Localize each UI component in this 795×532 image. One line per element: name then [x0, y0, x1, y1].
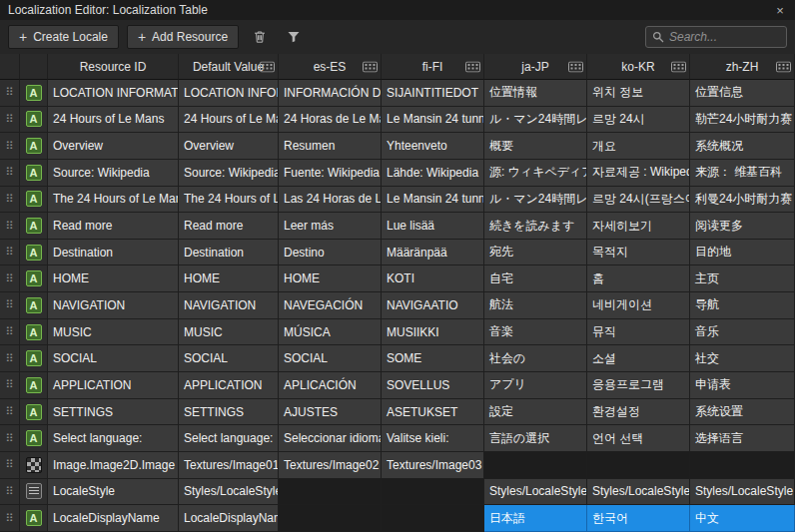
table-cell[interactable]: SETTINGS: [179, 399, 279, 426]
table-cell[interactable]: The 24 Hours of Le Mans: [48, 187, 179, 214]
table-cell[interactable]: 개요: [587, 133, 690, 160]
table-cell[interactable]: LOCATION INFORMATION: [179, 80, 279, 107]
column-header-ko-kr[interactable]: ko-KR: [587, 54, 690, 80]
table-cell[interactable]: 언어 선택: [587, 425, 690, 452]
row-drag-handle[interactable]: ⠿: [0, 345, 20, 372]
table-cell[interactable]: 宛先: [484, 240, 587, 266]
table-cell[interactable]: LocaleDisplayName: [48, 505, 179, 532]
row-drag-handle[interactable]: ⠿: [0, 187, 20, 214]
table-cell[interactable]: 阅读更多: [690, 213, 795, 240]
filter-button[interactable]: [281, 25, 307, 49]
row-drag-handle[interactable]: ⠿: [0, 505, 20, 532]
locale-keyboard-icon[interactable]: [465, 61, 480, 72]
row-drag-handle[interactable]: ⠿: [0, 292, 20, 319]
table-cell[interactable]: 소셜: [587, 345, 690, 372]
table-cell[interactable]: 社会の: [484, 345, 587, 372]
table-cell[interactable]: 르망 24시: [587, 107, 690, 134]
locale-keyboard-icon[interactable]: [568, 61, 583, 72]
table-cell[interactable]: NAVEGACIÓN: [279, 292, 382, 319]
table-cell[interactable]: 音楽: [484, 319, 587, 346]
table-cell[interactable]: MUSIC: [48, 319, 179, 346]
table-cell[interactable]: 目的地: [690, 240, 795, 266]
table-cell[interactable]: [587, 452, 690, 479]
table-cell[interactable]: Styles/LocaleStyle: [484, 479, 587, 506]
table-cell[interactable]: NAVIGAATIO: [382, 292, 484, 319]
row-drag-handle[interactable]: ⠿: [0, 160, 20, 187]
table-cell[interactable]: The 24 Hours of Le Mans: [179, 187, 279, 214]
table-cell[interactable]: SOCIAL: [48, 345, 179, 372]
row-drag-handle[interactable]: ⠿: [0, 319, 20, 346]
table-cell[interactable]: 系统概况: [690, 133, 795, 160]
table-cell[interactable]: [484, 452, 587, 479]
table-cell[interactable]: Lue lisää: [382, 213, 484, 240]
table-cell[interactable]: [382, 505, 484, 532]
table-cell[interactable]: 자료제공 : Wikipedia: [587, 160, 690, 187]
table-cell[interactable]: LocaleDisplayName: [179, 505, 279, 532]
table-cell[interactable]: 航法: [484, 292, 587, 319]
table-cell[interactable]: Select language:: [179, 425, 279, 452]
table-cell[interactable]: Määränpää: [382, 240, 484, 266]
table-cell[interactable]: 源: ウィキペディア: [484, 160, 587, 187]
row-drag-handle[interactable]: ⠿: [0, 133, 20, 160]
table-cell[interactable]: Resumen: [279, 133, 382, 160]
table-cell[interactable]: [690, 452, 795, 479]
row-drag-handle[interactable]: ⠿: [0, 240, 20, 266]
table-cell[interactable]: Styles/LocaleStyle: [690, 479, 795, 506]
table-cell[interactable]: Valitse kieli:: [382, 425, 484, 452]
table-cell[interactable]: 言語の選択: [484, 425, 587, 452]
locale-keyboard-icon[interactable]: [260, 61, 275, 72]
table-cell[interactable]: 日本語: [484, 505, 587, 532]
table-cell[interactable]: Las 24 Horas de Le Mans: [279, 187, 382, 214]
table-cell[interactable]: Overview: [48, 133, 179, 160]
table-cell[interactable]: 続きを読みます: [484, 213, 587, 240]
table-cell[interactable]: SOVELLUS: [382, 372, 484, 399]
row-drag-handle[interactable]: ⠿: [0, 452, 20, 479]
table-cell[interactable]: 位置信息: [690, 80, 795, 107]
table-cell[interactable]: Textures/Image03: [382, 452, 484, 479]
table-cell[interactable]: Read more: [179, 213, 279, 240]
table-cell[interactable]: Destination: [179, 240, 279, 266]
table-cell[interactable]: 뮤직: [587, 319, 690, 346]
table-cell[interactable]: 자세히보기: [587, 213, 690, 240]
close-button[interactable]: ×: [765, 0, 795, 20]
table-cell[interactable]: 응용프로그램: [587, 372, 690, 399]
table-cell[interactable]: AJUSTES: [279, 399, 382, 426]
create-locale-button[interactable]: + Create Locale: [8, 25, 119, 49]
table-cell[interactable]: アプリ: [484, 372, 587, 399]
table-cell[interactable]: APPLICATION: [179, 372, 279, 399]
search-input[interactable]: [669, 30, 780, 44]
table-cell[interactable]: SOME: [382, 345, 484, 372]
table-cell[interactable]: Source: Wikipedia: [179, 160, 279, 187]
table-cell[interactable]: Yhteenveto: [382, 133, 484, 160]
table-cell[interactable]: Le Mansin 24 tunnin ajo: [382, 107, 484, 134]
table-cell[interactable]: ル・マン24時間レース: [484, 187, 587, 214]
row-drag-handle[interactable]: ⠿: [0, 213, 20, 240]
table-cell[interactable]: [279, 505, 382, 532]
column-header-fi-fi[interactable]: fi-FI: [382, 54, 484, 80]
table-cell[interactable]: 申请表: [690, 372, 795, 399]
delete-button[interactable]: [247, 25, 273, 49]
column-header-ja-jp[interactable]: ja-JP: [484, 54, 587, 80]
table-cell[interactable]: INFORMACIÓN DE UBICACIÓN: [279, 80, 382, 107]
row-drag-handle[interactable]: ⠿: [0, 266, 20, 292]
table-cell[interactable]: 概要: [484, 133, 587, 160]
table-cell[interactable]: 設定: [484, 399, 587, 426]
table-cell[interactable]: HOME: [279, 266, 382, 292]
row-drag-handle[interactable]: ⠿: [0, 479, 20, 506]
search-box[interactable]: [645, 26, 787, 48]
table-cell[interactable]: 목적지: [587, 240, 690, 266]
table-cell[interactable]: 24 Hours of Le Mans: [179, 107, 279, 134]
locale-keyboard-icon[interactable]: [363, 61, 378, 72]
table-cell[interactable]: SIJAINTITIEDOT: [382, 80, 484, 107]
table-cell[interactable]: SOCIAL: [279, 345, 382, 372]
table-cell[interactable]: 르망 24시(프랑스어): [587, 187, 690, 214]
table-cell[interactable]: SETTINGS: [48, 399, 179, 426]
table-cell[interactable]: MÚSICA: [279, 319, 382, 346]
table-cell[interactable]: Lähde: Wikipedia: [382, 160, 484, 187]
table-cell[interactable]: 系统设置: [690, 399, 795, 426]
table-cell[interactable]: 네비게이션: [587, 292, 690, 319]
table-cell[interactable]: Seleccionar idioma:: [279, 425, 382, 452]
row-drag-handle[interactable]: ⠿: [0, 107, 20, 134]
table-cell[interactable]: 选择语言: [690, 425, 795, 452]
table-cell[interactable]: Styles/LocaleStyle: [587, 479, 690, 506]
